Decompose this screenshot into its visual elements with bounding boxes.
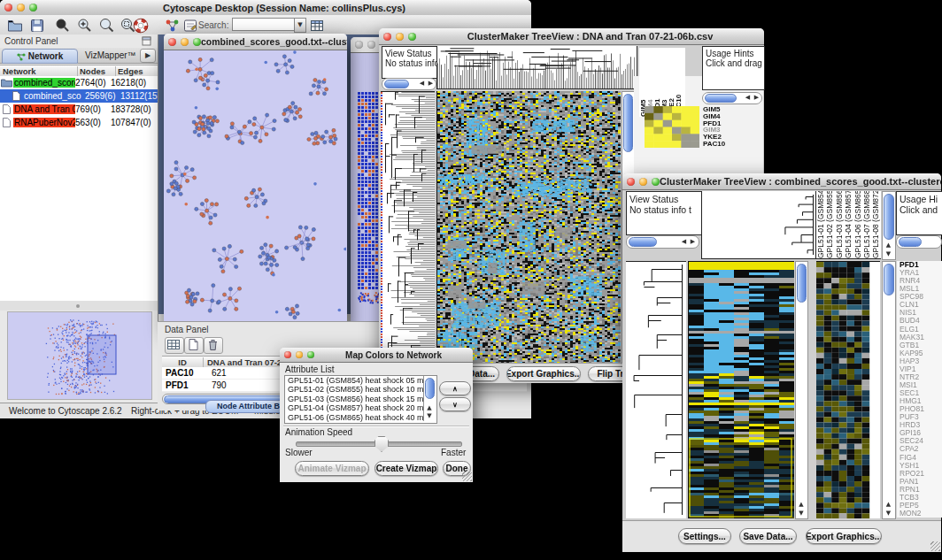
table-panel-icon[interactable]: [309, 18, 325, 34]
tv2-row-dendrogram[interactable]: [626, 261, 686, 518]
scroll-down-arrow[interactable]: ▼: [884, 250, 893, 258]
network-row[interactable]: DNA and Tran 07769(0)183728(0): [0, 103, 158, 116]
attribute-list[interactable]: GPL51-01 (GSM854) heat shock 05 minGPL51…: [284, 375, 437, 424]
scroll-thumb[interactable]: [425, 378, 435, 399]
create-vizmap-button[interactable]: Create Vizmap: [374, 461, 438, 476]
network-canvas-1[interactable]: [165, 50, 346, 328]
minimize-button[interactable]: [396, 33, 404, 41]
zoom-in-icon[interactable]: [77, 18, 93, 34]
scroll-thumb[interactable]: [899, 237, 922, 247]
minimize-button[interactable]: [639, 178, 647, 186]
float-panel-icon[interactable]: [142, 36, 151, 46]
tv2-heatmap-vscrollbar[interactable]: ▲ ▼: [795, 261, 808, 519]
scroll-thumb[interactable]: [884, 264, 894, 295]
minimize-button[interactable]: [367, 41, 375, 49]
open-file-icon[interactable]: [7, 18, 23, 34]
tv1-column-dendrogram[interactable]: [436, 46, 637, 89]
scroll-thumb[interactable]: [884, 194, 894, 240]
scroll-left-arrow[interactable]: ◀: [418, 80, 426, 88]
tab-overflow-button[interactable]: ▶: [140, 49, 156, 63]
gene-label[interactable]: MON2: [900, 510, 942, 518]
tv2-zoom-heatmap[interactable]: [816, 261, 880, 518]
minimize-button[interactable]: [296, 351, 303, 358]
zoom-button[interactable]: [193, 38, 201, 46]
scroll-right-arrow[interactable]: ▶: [689, 238, 697, 246]
close-button[interactable]: [355, 41, 363, 49]
search-input[interactable]: [232, 18, 296, 31]
scroll-right-arrow[interactable]: ▶: [753, 94, 761, 102]
new-attribute-button[interactable]: [184, 337, 204, 354]
slider-thumb[interactable]: [374, 436, 389, 452]
col-edges[interactable]: Edges: [116, 66, 158, 76]
export-graphics-button[interactable]: Export Graphics...: [506, 366, 581, 381]
tv1-zoom-hscrollbar[interactable]: ◀ ▶: [702, 92, 762, 104]
scroll-up-arrow[interactable]: ▲: [797, 501, 806, 509]
close-button[interactable]: [627, 178, 635, 186]
table-mode-button[interactable]: [165, 337, 184, 354]
move-up-button[interactable]: ∧: [439, 381, 471, 395]
scroll-thumb[interactable]: [629, 237, 657, 247]
minimize-button[interactable]: [181, 38, 189, 46]
network-overview-thumbnail[interactable]: [7, 311, 152, 400]
overview-divider[interactable]: [0, 301, 158, 311]
scroll-up-arrow[interactable]: ▲: [425, 404, 434, 412]
minimize-button[interactable]: [17, 4, 25, 12]
scroll-down-arrow[interactable]: ▼: [425, 412, 434, 420]
zoom-button[interactable]: [652, 178, 660, 186]
attribute-item[interactable]: GPL51-06 (GSM865) heat shock 40 min: [285, 413, 436, 422]
tv2-heatmap[interactable]: [688, 261, 794, 518]
network-row[interactable]: combined_scores2764(0)16218(0): [0, 76, 158, 89]
network-canvas-2[interactable]: [356, 92, 381, 304]
tab-vizmapper[interactable]: VizMapper™: [85, 50, 136, 60]
zoom-selected-icon[interactable]: [99, 18, 115, 34]
tv1-heatmap[interactable]: [436, 91, 621, 363]
scroll-left-arrow[interactable]: ◀: [744, 94, 752, 102]
attribute-item[interactable]: GPL51-03 (GSM856) heat shock 15 min: [285, 395, 436, 403]
data-col-id[interactable]: ID: [162, 357, 204, 367]
close-button[interactable]: [168, 38, 176, 46]
save-data-button[interactable]: Save Data...: [739, 528, 797, 544]
export-graphics-button[interactable]: Export Graphics...: [806, 528, 882, 544]
treeview-2-title-bar[interactable]: ClusterMaker TreeView : combined_scores_…: [622, 173, 941, 190]
network-row[interactable]: combined_sco2569(6)13112(15): [0, 89, 158, 103]
network-window-1-title-bar[interactable]: combined_scores_good.txt--cluste...: [164, 34, 347, 50]
attribute-item[interactable]: GPL51-02 (GSM855) heat shock 10 min: [285, 385, 436, 394]
scroll-thumb[interactable]: [705, 94, 737, 103]
tv2-zoom-vscrollbar[interactable]: ▲ ▼: [882, 261, 896, 519]
scroll-down-arrow[interactable]: ▼: [797, 510, 806, 518]
move-down-button[interactable]: ∨: [439, 397, 471, 411]
resize-grip[interactable]: [462, 472, 472, 481]
scroll-thumb[interactable]: [384, 80, 409, 88]
tv1-status-scrollbar[interactable]: ◀ ▶: [382, 78, 436, 90]
zoom-button[interactable]: [307, 351, 314, 358]
attribute-list-vscrollbar[interactable]: ▲ ▼: [423, 376, 436, 421]
help-lifesaver-icon[interactable]: [133, 18, 149, 34]
col-nodes[interactable]: Nodes: [78, 66, 116, 76]
scroll-up-arrow[interactable]: ▲: [884, 501, 893, 509]
resize-grip[interactable]: [930, 541, 940, 551]
search-dropdown-button[interactable]: ▼: [294, 18, 306, 33]
delete-attribute-button[interactable]: [204, 337, 223, 354]
tv2-status-scrollbar[interactable]: ◀ ▶: [626, 235, 699, 249]
zoom-button[interactable]: [29, 4, 37, 12]
close-button[interactable]: [284, 351, 291, 358]
scroll-thumb[interactable]: [623, 94, 633, 152]
scroll-thumb[interactable]: [797, 264, 807, 303]
tv1-row-dendrogram[interactable]: [381, 91, 435, 364]
scroll-up-arrow[interactable]: ▲: [884, 242, 893, 249]
dialog-title-bar[interactable]: Map Colors to Network: [280, 348, 473, 363]
scroll-right-arrow[interactable]: ▶: [427, 80, 435, 88]
save-icon[interactable]: [29, 18, 45, 34]
col-network[interactable]: Network: [0, 66, 78, 76]
attribute-item[interactable]: GPL51-04 (GSM857) heat shock 20 min: [285, 403, 436, 412]
zoom-button[interactable]: [408, 33, 416, 41]
close-button[interactable]: [4, 4, 12, 12]
scroll-down-arrow[interactable]: ▼: [884, 510, 893, 518]
attribute-item[interactable]: GPL51-07 (GSM868) heat shock 60 min: [285, 422, 436, 424]
animate-vizmap-button[interactable]: Animate Vizmap: [295, 461, 369, 476]
tv2-collabel-vscrollbar[interactable]: ▲ ▼: [882, 191, 896, 260]
main-title-bar[interactable]: Cytoscape Desktop (Session Name: collins…: [0, 0, 531, 16]
annotation-icon[interactable]: [182, 18, 198, 34]
treeview-1-title-bar[interactable]: ClusterMaker TreeView : DNA and Tran 07-…: [379, 28, 764, 45]
attribute-item[interactable]: GPL51-01 (GSM854) heat shock 05 min: [285, 376, 436, 385]
